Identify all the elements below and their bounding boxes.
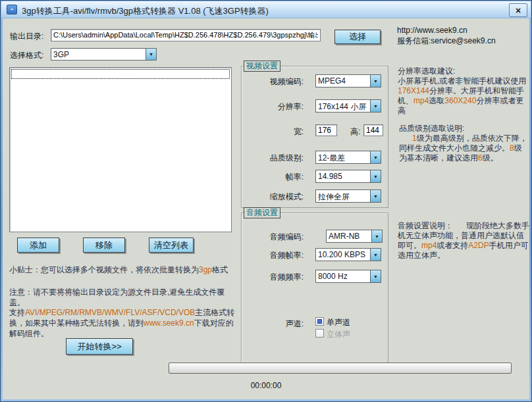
window: - 3gp转换工具-avi/flv/rmvb/3gp格式转换器 V1.08 (飞… — [0, 0, 532, 402]
mono-checkbox-label: 单声道 — [327, 317, 350, 328]
video-settings-group: 视频设置 视频编码: MPEG4 ▼ 分辨率: 176x144 小屏 ▼ 宽: … — [241, 66, 388, 208]
channel-label: 声道: — [242, 318, 304, 330]
chevron-down-icon: ▼ — [371, 230, 382, 242]
chevron-down-icon: ▼ — [370, 270, 381, 282]
browse-button[interactable]: 选择 — [334, 30, 381, 44]
audio-codec-label: 音频编码: — [242, 232, 304, 243]
audio-settings-legend: 音频设置 — [244, 207, 280, 218]
client-area: 输出目录: 选择 http://www.seek9.cn 服务信箱:servic… — [3, 18, 529, 399]
output-dir-label: 输出目录: — [10, 31, 43, 42]
mono-checkbox[interactable] — [315, 317, 324, 326]
scale-mode-select[interactable]: 拉伸全屏 ▼ — [315, 189, 381, 203]
audio-bitrate-select[interactable]: 10.200 KBPS ▼ — [315, 248, 381, 261]
quality-value: 12-最差 — [316, 151, 370, 163]
chevron-down-icon: ▼ — [370, 249, 381, 261]
chevron-down-icon: ▼ — [146, 49, 156, 60]
chevron-down-icon: ▼ — [370, 170, 381, 182]
tip-batch-note: 小贴士：您可以选择多个视频文件，将依次批量转换为3gp格式 — [9, 264, 236, 275]
stereo-checkbox — [315, 329, 324, 338]
scale-mode-label: 缩放模式: — [242, 191, 304, 203]
add-button[interactable]: 添加 — [17, 238, 59, 253]
audio-advice-note: 音频设置说明： 现阶段绝大多数手机无立体声功能，普通用户选默认值即可。mp4或者… — [398, 221, 529, 261]
progress-bar — [169, 363, 512, 374]
stereo-checkbox-label: 立体声 — [327, 329, 350, 340]
chevron-down-icon: ▼ — [370, 190, 381, 202]
quality-select[interactable]: 12-最差 ▼ — [315, 151, 381, 164]
audio-bitrate-value: 10.200 KBPS — [316, 249, 370, 261]
audio-codec-value: AMR-NB — [327, 230, 371, 242]
resolution-label: 分辨率: — [242, 101, 304, 113]
height-label: 高: — [350, 126, 360, 138]
resolution-select[interactable]: 176x144 小屏 ▼ — [315, 99, 381, 113]
audio-frequency-select[interactable]: 8000 Hz ▼ — [315, 270, 381, 283]
audio-codec-select[interactable]: AMR-NB ▼ — [326, 230, 383, 243]
file-listbox[interactable] — [9, 67, 232, 232]
chevron-down-icon: ▼ — [370, 151, 381, 163]
audio-frequency-label: 音频频率: — [242, 272, 304, 283]
width-label: 宽: — [242, 126, 304, 138]
video-codec-value: MPEG4 — [316, 75, 370, 87]
quality-advice-note: 品质级别选取说明: 1级为最高级别，品质依次下降，同样生成文件大小也随之减少。8… — [399, 124, 528, 163]
app-icon: - — [7, 5, 17, 14]
chevron-down-icon: ▼ — [370, 75, 381, 87]
quality-label: 品质级别: — [242, 153, 304, 164]
elapsed-time: 00:00:00 — [3, 381, 529, 390]
close-button[interactable]: × — [509, 3, 527, 17]
start-convert-button[interactable]: 开始转换>> — [66, 338, 133, 355]
website-link[interactable]: http://www.seek9.cn — [397, 26, 467, 35]
audio-frequency-value: 8000 Hz — [316, 270, 370, 282]
width-input[interactable] — [315, 124, 337, 136]
output-dir-input[interactable] — [51, 29, 321, 41]
framerate-label: 帧率: — [242, 172, 304, 183]
format-select[interactable]: 3GP ▼ — [51, 48, 157, 61]
resolution-advice-note: 分辨率选取建议: 小屏幕手机,或者非智能手机建议使用176X144分辨率。大屏手… — [398, 66, 529, 116]
scale-mode-value: 拉伸全屏 — [316, 190, 370, 202]
tip-output-warning: 注意：请不要将将输出目录设定为源文件目录,避免生成文件覆盖。 — [9, 287, 236, 308]
height-input[interactable] — [363, 124, 383, 136]
support-email: 服务信箱:service@seek9.cn — [397, 36, 496, 47]
video-codec-select[interactable]: MPEG4 ▼ — [315, 74, 381, 88]
framerate-select[interactable]: 14.985 ▼ — [315, 170, 381, 183]
title-bar: - 3gp转换工具-avi/flv/rmvb/3gp格式转换器 V1.08 (飞… — [1, 1, 531, 18]
tip-supported-formats: 支持AVI/MPEG/RM/RMVB/WMV/FLV/ASF/VCD/VOB主流… — [9, 307, 236, 339]
format-label: 选择格式: — [10, 50, 43, 61]
chevron-down-icon: ▼ — [370, 100, 381, 112]
window-title: 3gp转换工具-avi/flv/rmvb/3gp格式转换器 V1.08 (飞速3… — [22, 5, 269, 17]
audio-settings-group: 音频设置 音频编码: AMR-NB ▼ 音频帧率: 10.200 KBPS ▼ … — [241, 213, 388, 365]
framerate-value: 14.985 — [316, 170, 370, 182]
format-value: 3GP — [51, 49, 146, 60]
video-codec-label: 视频编码: — [242, 76, 304, 88]
close-icon: × — [516, 5, 521, 16]
remove-button[interactable]: 移除 — [83, 238, 125, 253]
list-focus-rect — [11, 69, 230, 79]
audio-bitrate-label: 音频帧率: — [242, 250, 304, 261]
video-settings-legend: 视频设置 — [244, 61, 280, 72]
clear-list-button[interactable]: 清空列表 — [149, 238, 194, 253]
resolution-value: 176x144 小屏 — [316, 100, 370, 112]
